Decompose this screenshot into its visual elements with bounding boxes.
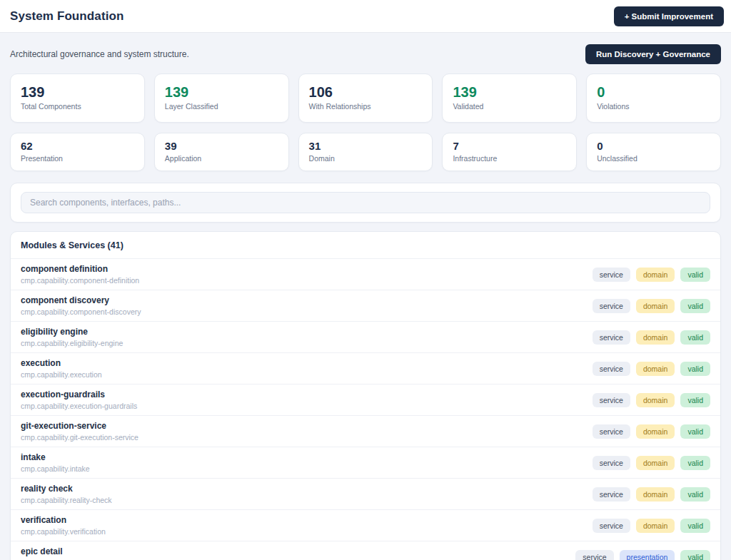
module-name: epic detail — [21, 546, 116, 556]
stat-value: 139 — [21, 84, 134, 100]
module-info: epic detail cmp.control-tower.epic-detai… — [21, 546, 116, 560]
badge-domain: domain — [636, 424, 675, 439]
badge-service: service — [593, 362, 630, 376]
badge-valid: valid — [680, 519, 710, 533]
stat-value: 31 — [309, 140, 423, 152]
badge-domain: domain — [636, 330, 675, 345]
stat-label: Presentation — [21, 154, 134, 163]
stat-label: Violations — [597, 102, 710, 111]
module-row[interactable]: epic detail cmp.control-tower.epic-detai… — [11, 541, 720, 560]
module-row[interactable]: reality check cmp.capability.reality-che… — [11, 479, 720, 510]
search-input[interactable] — [21, 192, 710, 213]
badge-valid: valid — [680, 268, 710, 282]
module-info: git-execution-service cmp.capability.git… — [21, 421, 138, 442]
module-path: cmp.capability.execution — [21, 370, 102, 379]
module-path: cmp.capability.intake — [21, 464, 90, 473]
module-info: eligibility engine cmp.capability.eligib… — [21, 327, 123, 347]
submit-improvement-button[interactable]: + Submit Improvement — [614, 6, 724, 26]
badge-service: service — [593, 299, 630, 313]
module-info: intake cmp.capability.intake — [21, 452, 90, 473]
header-bar: System Foundation + Submit Improvement — [0, 0, 731, 33]
module-name: component definition — [21, 264, 139, 274]
stat-label: With Relationships — [309, 102, 423, 111]
module-name: execution-guardrails — [21, 390, 137, 399]
module-info: reality check cmp.capability.reality-che… — [21, 484, 112, 504]
badge-valid: valid — [680, 299, 710, 313]
stat-card: 62 Presentation — [10, 133, 145, 171]
stats-row-primary: 139 Total Components 139 Layer Classifie… — [10, 73, 721, 123]
badge-presentation: presentation — [620, 550, 675, 560]
stat-card: 7 Infrastructure — [442, 133, 577, 171]
page-body: Architectural governance and system stru… — [0, 33, 731, 560]
module-path: cmp.capability.reality-check — [21, 496, 112, 504]
stat-label: Infrastructure — [453, 154, 566, 163]
search-card — [10, 183, 721, 223]
stat-value: 0 — [597, 84, 710, 100]
module-row[interactable]: git-execution-service cmp.capability.git… — [11, 416, 720, 447]
module-name: eligibility engine — [21, 327, 123, 337]
badge-domain: domain — [636, 519, 675, 533]
stat-card: 39 Application — [154, 133, 289, 171]
module-name: git-execution-service — [21, 421, 138, 431]
module-info: component definition cmp.capability.comp… — [21, 264, 139, 285]
stat-card: 31 Domain — [298, 133, 433, 171]
badge-valid: valid — [680, 362, 710, 376]
badge-valid: valid — [680, 393, 710, 407]
badge-domain: domain — [636, 456, 675, 470]
badge-service: service — [575, 550, 613, 560]
module-row[interactable]: verification cmp.capability.verification… — [11, 510, 720, 541]
module-info: verification cmp.capability.verification — [21, 515, 106, 536]
module-name: intake — [21, 452, 90, 462]
module-row[interactable]: eligibility engine cmp.capability.eligib… — [11, 322, 720, 353]
stat-value: 0 — [597, 140, 710, 152]
badge-service: service — [593, 456, 630, 470]
badge-valid: valid — [680, 424, 710, 439]
stat-value: 62 — [21, 140, 134, 152]
module-badges: servicedomainvalid — [593, 362, 710, 376]
module-badges: servicepresentationvalid — [575, 550, 710, 560]
badge-valid: valid — [680, 330, 710, 345]
module-row[interactable]: component definition cmp.capability.comp… — [11, 259, 720, 290]
badge-valid: valid — [680, 456, 710, 470]
module-name: component discovery — [21, 295, 141, 305]
page-description: Architectural governance and system stru… — [10, 49, 189, 59]
stat-label: Application — [165, 154, 278, 163]
badge-service: service — [593, 330, 630, 345]
badge-domain: domain — [636, 268, 675, 282]
module-badges: servicedomainvalid — [593, 330, 710, 345]
module-badges: servicedomainvalid — [593, 299, 710, 313]
module-info: component discovery cmp.capability.compo… — [21, 295, 141, 316]
badge-domain: domain — [636, 487, 675, 502]
module-badges: servicedomainvalid — [593, 487, 710, 502]
module-path: cmp.capability.component-discovery — [21, 307, 141, 316]
module-badges: servicedomainvalid — [593, 456, 710, 470]
module-path: cmp.capability.git-execution-service — [21, 433, 138, 442]
badge-domain: domain — [636, 393, 675, 407]
module-row[interactable]: execution-guardrails cmp.capability.exec… — [11, 385, 720, 416]
badge-service: service — [593, 519, 630, 533]
badge-service: service — [593, 268, 630, 282]
stat-card: 106 With Relationships — [298, 73, 433, 123]
modules-services-card: Modules & Services (41) component defini… — [10, 231, 721, 560]
stat-label: Layer Classified — [165, 102, 278, 111]
modules-services-title: Modules & Services (41) — [11, 232, 720, 259]
run-discovery-governance-button[interactable]: Run Discovery + Governance — [585, 44, 721, 64]
module-name: reality check — [21, 484, 112, 494]
stat-label: Domain — [309, 154, 423, 163]
stat-card: 0 Unclassified — [586, 133, 721, 171]
badge-domain: domain — [636, 362, 675, 376]
stat-value: 139 — [453, 84, 566, 100]
module-path: cmp.capability.execution-guardrails — [21, 402, 137, 410]
stat-card: 139 Layer Classified — [154, 73, 289, 123]
subheader: Architectural governance and system stru… — [10, 33, 721, 73]
stat-label: Validated — [453, 102, 566, 111]
module-row[interactable]: component discovery cmp.capability.compo… — [11, 290, 720, 322]
module-path: cmp.capability.verification — [21, 527, 106, 536]
stat-card: 0 Violations — [586, 73, 721, 123]
badge-service: service — [593, 424, 630, 439]
stat-card: 139 Total Components — [10, 73, 145, 123]
badge-domain: domain — [636, 299, 675, 313]
module-row[interactable]: execution cmp.capability.execution servi… — [11, 353, 720, 385]
module-badges: servicedomainvalid — [593, 519, 710, 533]
module-row[interactable]: intake cmp.capability.intake servicedoma… — [11, 447, 720, 479]
